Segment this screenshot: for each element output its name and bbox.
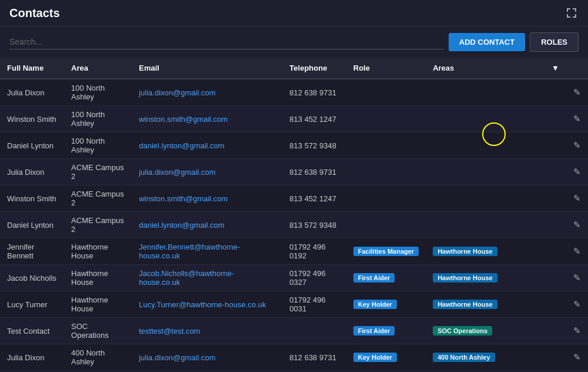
cell-area: ACME Campus 2 — [64, 212, 132, 238]
search-input[interactable] — [9, 35, 444, 49]
email-link[interactable]: winston.smith@gmail.com — [139, 194, 228, 203]
edit-icon[interactable]: ✎ — [573, 140, 581, 150]
cell-edit[interactable]: ✎ — [566, 344, 588, 371]
email-link[interactable]: julia.dixon@gmail.com — [139, 88, 215, 97]
cell-area: ACME Campus 2 — [64, 185, 132, 212]
cell-area: 100 North Ashley — [64, 106, 132, 132]
cell-empty — [544, 238, 566, 265]
email-link[interactable]: winston.smith@gmail.com — [139, 115, 228, 124]
cell-area: 100 North Ashley — [64, 132, 132, 159]
edit-icon[interactable]: ✎ — [573, 114, 581, 124]
area-badge: 400 North Ashley — [433, 353, 495, 362]
cell-email[interactable]: julia.dixon@gmail.com — [132, 344, 282, 371]
cell-role: Key Holder — [346, 344, 426, 371]
table-row: Daniel LyntonACME Campus 2daniel.lynton@… — [0, 212, 588, 238]
email-link[interactable]: testtest@test.com — [139, 327, 200, 336]
cell-edit[interactable]: ✎ — [566, 318, 588, 344]
table-row: Julia DixonACME Campus 2julia.dixon@gmai… — [0, 159, 588, 185]
cell-telephone — [282, 318, 346, 344]
cell-area: 400 North Ashley — [64, 344, 132, 371]
cell-telephone: 812 638 9731 — [282, 79, 346, 106]
email-link[interactable]: Jacob.Nicholls@hawthorne-house.co.uk — [139, 269, 234, 287]
cell-role: First Aider — [346, 318, 426, 344]
email-link[interactable]: julia.dixon@gmail.com — [139, 168, 215, 177]
cell-role: First Aider — [346, 265, 426, 291]
table-row: Julia Dixon100 North Ashleyjulia.dixon@g… — [0, 79, 588, 106]
cell-email[interactable]: Lucy.Turner@hawthorne-house.co.uk — [132, 291, 282, 318]
cell-edit[interactable]: ✎ — [566, 185, 588, 212]
cell-email[interactable]: winston.smith@gmail.com — [132, 185, 282, 212]
cell-area: ACME Campus 2 — [64, 159, 132, 185]
cell-areas — [426, 132, 544, 159]
col-filter[interactable]: ▼ — [544, 58, 566, 79]
cell-role — [346, 185, 426, 212]
cell-areas: 400 North Ashley — [426, 344, 544, 371]
toolbar: ADD CONTACT ROLES — [0, 26, 588, 58]
cell-edit[interactable]: ✎ — [566, 291, 588, 318]
cell-empty — [544, 79, 566, 106]
email-link[interactable]: daniel.lynton@gmail.com — [139, 221, 224, 230]
cell-areas: Hawthorne House — [426, 265, 544, 291]
expand-icon[interactable] — [564, 6, 579, 20]
edit-icon[interactable]: ✎ — [573, 352, 581, 362]
cell-edit[interactable]: ✎ — [566, 238, 588, 265]
cell-telephone: 812 638 9731 — [282, 159, 346, 185]
cell-full-name: Lucy Turner — [0, 291, 64, 318]
email-link[interactable]: daniel.lynton@gmail.com — [139, 141, 224, 150]
table-row: Jacob NichollsHawthorne HouseJacob.Nicho… — [0, 265, 588, 291]
email-link[interactable]: Lucy.Turner@hawthorne-house.co.uk — [139, 300, 266, 309]
email-link[interactable]: Jennifer.Bennett@hawthorne-house.co.uk — [139, 243, 240, 260]
cell-email[interactable]: winston.smith@gmail.com — [132, 106, 282, 132]
table-container[interactable]: Full Name Area Email Telephone Role Area… — [0, 58, 588, 372]
cell-role — [346, 106, 426, 132]
edit-icon[interactable]: ✎ — [573, 326, 581, 336]
cell-empty — [544, 159, 566, 185]
table-row: Test ContactSOC Operationstesttest@test.… — [0, 318, 588, 344]
edit-icon[interactable]: ✎ — [573, 220, 581, 230]
cell-role — [346, 79, 426, 106]
filter-icon[interactable]: ▼ — [552, 64, 559, 72]
edit-icon[interactable]: ✎ — [573, 193, 581, 203]
cell-email[interactable]: daniel.lynton@gmail.com — [132, 212, 282, 238]
edit-icon[interactable]: ✎ — [573, 246, 581, 256]
cell-email[interactable]: Jacob.Nicholls@hawthorne-house.co.uk — [132, 265, 282, 291]
cell-email[interactable]: daniel.lynton@gmail.com — [132, 132, 282, 159]
area-badge: Hawthorne House — [433, 300, 497, 309]
cell-telephone: 01792 496 0031 — [282, 291, 346, 318]
email-link[interactable]: julia.dixon@gmail.com — [139, 353, 215, 362]
area-badge: Hawthorne House — [433, 273, 497, 283]
edit-icon[interactable]: ✎ — [573, 299, 581, 309]
cell-edit[interactable]: ✎ — [566, 265, 588, 291]
cell-areas: Hawthorne House — [426, 291, 544, 318]
cell-areas — [426, 106, 544, 132]
cell-edit[interactable]: ✎ — [566, 159, 588, 185]
cell-email[interactable]: testtest@test.com — [132, 318, 282, 344]
cell-full-name: Jacob Nicholls — [0, 265, 64, 291]
cell-edit[interactable]: ✎ — [566, 212, 588, 238]
page-title: Contacts — [9, 6, 60, 20]
cell-empty — [544, 106, 566, 132]
table-row: Winston SmithACME Campus 2winston.smith@… — [0, 185, 588, 212]
cell-role: Facilities Manager — [346, 238, 426, 265]
table-row: Jennifer BennettHawthorne HouseJennifer.… — [0, 238, 588, 265]
cell-role — [346, 132, 426, 159]
cell-full-name: Julia Dixon — [0, 79, 64, 106]
add-contact-button[interactable]: ADD CONTACT — [449, 33, 525, 51]
cell-edit[interactable]: ✎ — [566, 79, 588, 106]
edit-icon[interactable]: ✎ — [573, 273, 581, 283]
header: Contacts — [0, 0, 588, 26]
cell-edit[interactable]: ✎ — [566, 106, 588, 132]
cell-areas — [426, 185, 544, 212]
cell-full-name: Daniel Lynton — [0, 212, 64, 238]
cell-telephone: 813 572 9348 — [282, 132, 346, 159]
cell-edit[interactable]: ✎ — [566, 132, 588, 159]
roles-button[interactable]: ROLES — [530, 32, 579, 52]
cell-email[interactable]: julia.dixon@gmail.com — [132, 79, 282, 106]
cell-email[interactable]: Jennifer.Bennett@hawthorne-house.co.uk — [132, 238, 282, 265]
cell-area: 100 North Ashley — [64, 79, 132, 106]
cell-empty — [544, 185, 566, 212]
role-badge: First Aider — [353, 326, 395, 336]
edit-icon[interactable]: ✎ — [573, 167, 581, 177]
edit-icon[interactable]: ✎ — [573, 87, 581, 97]
cell-email[interactable]: julia.dixon@gmail.com — [132, 159, 282, 185]
